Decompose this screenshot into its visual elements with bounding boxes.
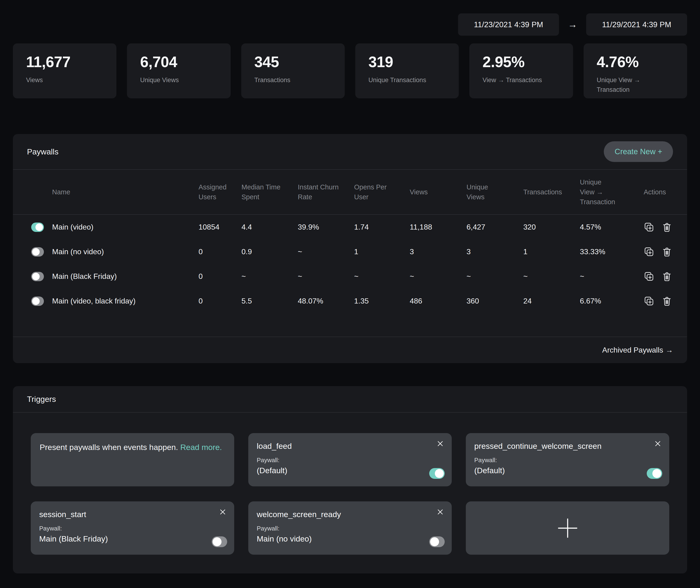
arrow-right-icon: → <box>568 19 577 30</box>
stat-card-views: 11,677 Views <box>13 43 116 98</box>
close-icon <box>436 508 444 516</box>
trigger-paywall-label: Paywall: <box>257 457 443 464</box>
triggers-title: Triggers <box>27 395 56 404</box>
cell-opens-per-user: 1.35 <box>354 297 410 306</box>
close-trigger-button[interactable] <box>435 507 446 518</box>
duplicate-icon <box>644 296 654 307</box>
trigger-event-name: welcome_screen_ready <box>257 510 443 519</box>
stat-label: View → Transactions <box>482 75 560 85</box>
date-start-picker[interactable]: 11/23/2021 4:39 PM <box>458 13 559 36</box>
close-trigger-button[interactable] <box>652 438 663 450</box>
trash-icon <box>662 271 672 282</box>
cell-transactions: ~ <box>523 272 580 281</box>
archived-paywalls-link[interactable]: Archived Paywalls → <box>602 346 673 355</box>
toggle-knob <box>430 537 439 546</box>
trigger-grid: Present paywalls when events happen. Rea… <box>13 413 687 573</box>
trash-icon <box>662 222 672 232</box>
stat-label: Unique Views <box>140 75 217 85</box>
cell-toggle <box>27 297 52 306</box>
cell-unique-views: ~ <box>467 272 523 281</box>
delete-paywall-button[interactable] <box>662 246 672 257</box>
cell-unique-views: 6,427 <box>467 223 523 231</box>
duplicate-paywall-button[interactable] <box>644 222 654 232</box>
cell-actions <box>638 246 687 257</box>
arrow-right-icon: → <box>666 346 673 355</box>
trigger-paywall-value: (Default) <box>257 466 443 475</box>
duplicate-icon <box>644 222 654 232</box>
trigger-event-name: load_feed <box>257 442 443 451</box>
cell-instant-churn-rate: 39.9% <box>298 223 354 231</box>
read-more-link[interactable]: Read more. <box>180 443 222 452</box>
cell-views: 11,188 <box>410 223 467 231</box>
trigger-enabled-toggle[interactable] <box>212 536 227 547</box>
cell-opens-per-user: 1.74 <box>354 223 410 231</box>
toggle-knob <box>435 469 444 478</box>
cell-opens-per-user: 1 <box>354 247 410 256</box>
column-header-assigned-users: Assigned Users <box>199 182 237 202</box>
trigger-enabled-toggle[interactable] <box>647 468 662 479</box>
toggle-knob <box>32 298 40 305</box>
cell-transactions: 320 <box>523 223 580 231</box>
paywall-table-row: Main (no video) 0 0.9 ~ 1 3 3 1 33.33% <box>13 239 687 264</box>
column-header-opens-per-user: Opens Per User <box>354 182 392 202</box>
cell-views: ~ <box>410 272 467 281</box>
cell-actions <box>638 222 687 232</box>
paywall-enabled-toggle[interactable] <box>31 222 44 232</box>
paywall-enabled-toggle[interactable] <box>31 247 44 256</box>
paywalls-footer: Archived Paywalls → <box>13 337 687 363</box>
cell-name: Main (no video) <box>52 247 199 256</box>
cell-unique-view-transaction: ~ <box>580 272 638 281</box>
cell-instant-churn-rate: ~ <box>298 272 354 281</box>
archived-paywalls-label: Archived Paywalls <box>602 346 663 355</box>
trigger-card: load_feed Paywall: (Default) <box>248 433 452 486</box>
stat-card-unique-view-to-transaction: 4.76% Unique View → Transaction <box>584 43 687 98</box>
paywall-enabled-toggle[interactable] <box>31 272 44 281</box>
delete-paywall-button[interactable] <box>662 222 672 232</box>
stat-label: Unique Transactions <box>368 75 446 85</box>
trash-icon <box>662 246 672 257</box>
paywall-table-row: Main (video) 10854 4.4 39.9% 1.74 11,188… <box>13 215 687 239</box>
paywall-enabled-toggle[interactable] <box>31 297 44 306</box>
add-trigger-card[interactable] <box>466 501 669 555</box>
cell-median-time-spent: ~ <box>241 272 298 281</box>
duplicate-paywall-button[interactable] <box>644 271 654 282</box>
cell-median-time-spent: 4.4 <box>241 223 298 231</box>
trigger-info-card: Present paywalls when events happen. Rea… <box>31 433 234 486</box>
trash-icon <box>662 296 672 307</box>
close-trigger-button[interactable] <box>217 507 228 518</box>
trigger-event-name: session_start <box>39 510 226 519</box>
cell-instant-churn-rate: ~ <box>298 247 354 256</box>
close-trigger-button[interactable] <box>435 438 446 450</box>
cell-toggle <box>27 247 52 256</box>
create-new-button[interactable]: Create New + <box>604 141 673 162</box>
duplicate-paywall-button[interactable] <box>644 246 654 257</box>
paywalls-section: Paywalls Create New + Name Assigned User… <box>13 134 687 363</box>
paywall-table-row: Main (Black Friday) 0 ~ ~ ~ ~ ~ ~ ~ <box>13 264 687 289</box>
cell-toggle <box>27 222 52 232</box>
cell-assigned-users: 10854 <box>199 223 241 231</box>
cell-unique-view-transaction: 6.67% <box>580 297 638 306</box>
stat-card-transactions: 345 Transactions <box>241 43 345 98</box>
cell-assigned-users: 0 <box>199 247 241 256</box>
cell-views: 3 <box>410 247 467 256</box>
triggers-section: Triggers Present paywalls when events ha… <box>13 386 687 573</box>
stats-row: 11,677 Views 6,704 Unique Views 345 Tran… <box>13 43 687 98</box>
toggle-knob <box>32 273 40 280</box>
triggers-header: Triggers <box>13 386 687 413</box>
toggle-knob <box>35 223 43 231</box>
cell-instant-churn-rate: 48.07% <box>298 297 354 306</box>
delete-paywall-button[interactable] <box>662 296 672 307</box>
cell-name: Main (video) <box>52 223 199 231</box>
delete-paywall-button[interactable] <box>662 271 672 282</box>
cell-toggle <box>27 272 52 281</box>
trigger-enabled-toggle[interactable] <box>429 468 445 479</box>
duplicate-paywall-button[interactable] <box>644 296 654 307</box>
date-end-picker[interactable]: 11/29/2021 4:39 PM <box>586 13 687 36</box>
trigger-enabled-toggle[interactable] <box>429 536 445 547</box>
column-header-name: Name <box>52 187 199 197</box>
column-header-unique-view-transaction: Unique View → Transaction <box>580 177 617 207</box>
trigger-paywall-value: Main (no video) <box>257 534 443 543</box>
close-icon <box>436 440 444 448</box>
paywalls-table-body: Main (video) 10854 4.4 39.9% 1.74 11,188… <box>13 215 687 314</box>
cell-opens-per-user: ~ <box>354 272 410 281</box>
